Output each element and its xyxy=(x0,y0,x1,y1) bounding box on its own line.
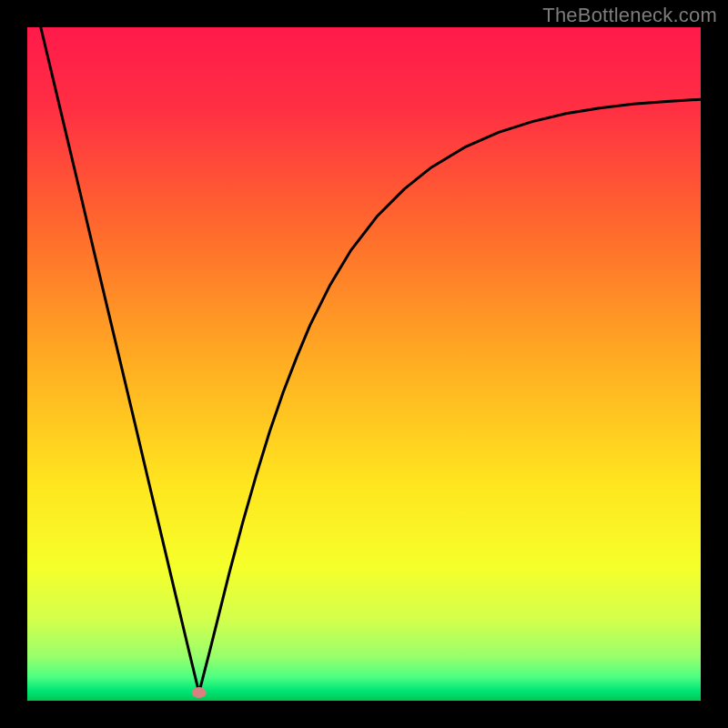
gradient-background xyxy=(27,27,701,701)
watermark-text: TheBottleneck.com xyxy=(542,4,717,27)
optimal-point-marker xyxy=(192,687,207,698)
bottleneck-chart xyxy=(0,0,728,728)
